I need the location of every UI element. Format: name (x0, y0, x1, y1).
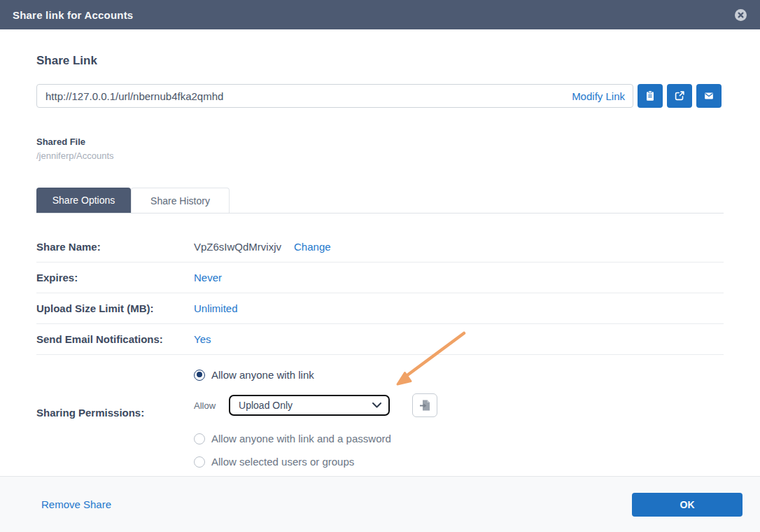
table-row-expires: Expires: Never (36, 262, 724, 293)
chevron-down-icon (372, 402, 381, 408)
radio-button-icon[interactable] (194, 456, 205, 468)
shared-file-label: Shared File (36, 136, 724, 148)
share-name-value: VpZ6sIwQdMrvixjv (194, 241, 281, 253)
tab-share-history[interactable]: Share History (131, 188, 230, 213)
radio-allow-link-and-password[interactable]: Allow anyone with link and a password (194, 433, 437, 444)
share-options-table: Share Name: VpZ6sIwQdMrvixjv Change Expi… (36, 232, 724, 468)
share-url-field[interactable]: http://127.0.0.1/url/nbernub4fka2qmhd Mo… (36, 84, 633, 108)
modify-link-button[interactable]: Modify Link (572, 90, 625, 102)
change-share-name-button[interactable]: Change (294, 241, 331, 253)
radio-button-icon[interactable] (194, 370, 205, 381)
email-notifications-value-link[interactable]: Yes (194, 333, 211, 345)
sharing-permissions-label: Sharing Permissions: (36, 363, 194, 468)
dialog-body: Share Link http://127.0.0.1/url/nbernub4… (0, 54, 760, 468)
ok-button[interactable]: OK (632, 493, 743, 517)
file-import-icon (418, 398, 431, 412)
dialog-footer: Remove Share OK (0, 476, 760, 532)
table-row-share-name: Share Name: VpZ6sIwQdMrvixjv Change (36, 232, 724, 262)
expires-value-link[interactable]: Never (194, 272, 222, 284)
permission-select-row: Allow Upload Only (194, 393, 437, 417)
row-label: Share Name: (36, 241, 194, 253)
permission-select[interactable]: Upload Only (229, 395, 390, 416)
sharing-permissions-options: Allow anyone with link Allow Upload Only (194, 363, 437, 468)
radio-label: Allow anyone with link (211, 369, 314, 381)
clipboard-icon (644, 90, 656, 102)
row-label: Upload Size Limit (MB): (36, 302, 194, 314)
envelope-icon (703, 90, 715, 102)
share-link-heading: Share Link (36, 54, 724, 68)
radio-label: Allow selected users or groups (211, 456, 354, 468)
radio-allow-selected-users[interactable]: Allow selected users or groups (194, 456, 437, 468)
radio-button-icon[interactable] (194, 433, 205, 444)
shared-file-block: Shared File /jenniferp/Accounts (36, 136, 724, 162)
remove-share-link[interactable]: Remove Share (41, 498, 111, 510)
shared-file-path: /jenniferp/Accounts (36, 150, 724, 162)
open-link-button[interactable] (667, 84, 692, 108)
share-url-value: http://127.0.0.1/url/nbernub4fka2qmhd (45, 90, 223, 102)
dialog-header: Share link for Accounts (0, 0, 760, 29)
share-link-row: http://127.0.0.1/url/nbernub4fka2qmhd Mo… (36, 84, 724, 108)
table-row-email-notifications: Send Email Notifications: Yes (36, 324, 724, 355)
tab-bar: Share Options Share History (36, 188, 724, 214)
radio-allow-anyone-with-link[interactable]: Allow anyone with link (194, 369, 437, 381)
radio-label: Allow anyone with link and a password (211, 433, 391, 444)
sharing-permissions-section: Sharing Permissions: Allow anyone with l… (36, 355, 724, 468)
allow-label: Allow (194, 400, 216, 411)
table-row-upload-limit: Upload Size Limit (MB): Unlimited (36, 293, 724, 324)
dialog-title: Share link for Accounts (13, 9, 133, 21)
upload-limit-value-link[interactable]: Unlimited (194, 302, 238, 314)
row-label: Send Email Notifications: (36, 333, 194, 345)
external-link-icon (673, 90, 686, 102)
copy-link-button[interactable] (638, 84, 663, 108)
import-users-button[interactable] (412, 393, 437, 417)
close-button[interactable] (733, 8, 747, 22)
permission-select-value: Upload Only (239, 400, 293, 411)
email-link-button[interactable] (696, 84, 722, 108)
tab-share-options[interactable]: Share Options (36, 188, 131, 213)
circle-x-icon (734, 8, 747, 22)
row-label: Expires: (36, 272, 194, 284)
